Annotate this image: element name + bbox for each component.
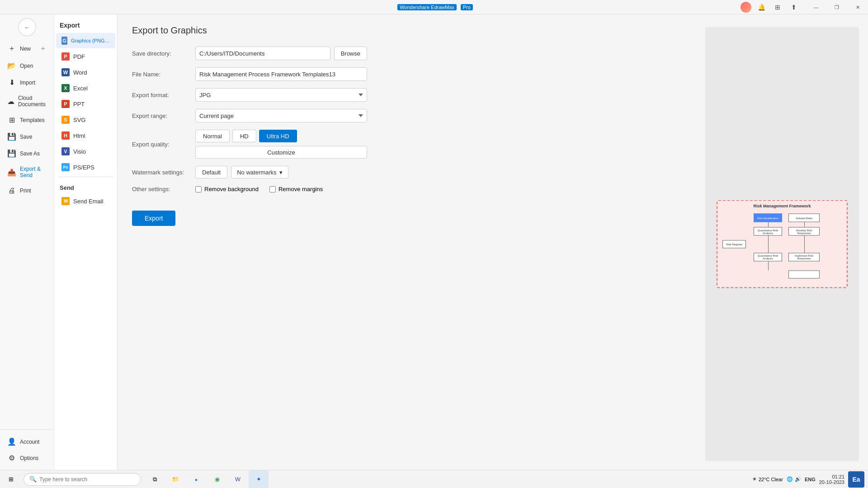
grid-icon[interactable]: ⊞ xyxy=(771,1,784,14)
left-panel-item-ppt[interactable]: P PPT xyxy=(56,96,115,112)
sidebar-item-label: New xyxy=(20,46,31,52)
left-panel-item-svg[interactable]: S SVG xyxy=(56,112,115,127)
watermark-selected-button[interactable]: No watermarks ▾ xyxy=(231,166,288,178)
remove-background-checkbox[interactable] xyxy=(195,186,202,192)
remove-margins-item[interactable]: Remove margins xyxy=(269,186,323,192)
sidebar-item-saveas[interactable]: 💾 Save As xyxy=(2,145,52,161)
sidebar-item-save[interactable]: 💾 Save xyxy=(2,129,52,145)
sidebar-item-templates[interactable]: ⊞ Templates xyxy=(2,112,52,128)
send-title: Send xyxy=(54,179,117,193)
taskbar-icons: ⧉ 📁 ⬥ ◉ W ✦ xyxy=(145,470,269,488)
sidebar-item-options[interactable]: ⚙ Options xyxy=(2,450,52,466)
sidebar-item-label: Print xyxy=(20,188,31,194)
graphics-icon: G xyxy=(61,37,67,45)
taskbar-search-box[interactable]: 🔍 xyxy=(24,473,141,486)
sidebar-item-label: Templates xyxy=(20,117,45,123)
browse-button[interactable]: Browse xyxy=(334,47,367,60)
left-panel-title: Export xyxy=(54,14,117,33)
taskbar-time: 01:21 20-10-2023 xyxy=(819,474,844,485)
sidebar-item-label: Account xyxy=(20,439,39,445)
ppt-label: PPT xyxy=(73,101,85,108)
taskbar-task-view[interactable]: ⧉ xyxy=(145,470,165,488)
quality-ultrahd-button[interactable]: Ultra HD xyxy=(259,130,297,142)
import-icon: ⬇ xyxy=(7,78,16,87)
sidebar-item-open[interactable]: 📂 Open xyxy=(2,58,52,74)
templates-icon: ⊞ xyxy=(7,116,16,124)
network-icon[interactable]: 🌐 xyxy=(787,476,793,482)
left-panel-item-pdf[interactable]: P PDF xyxy=(56,49,115,64)
sidebar-item-import[interactable]: ⬇ Import xyxy=(2,75,52,90)
taskbar-word[interactable]: W xyxy=(228,470,248,488)
volume-icon[interactable]: 🔊 xyxy=(795,476,801,482)
taskbar-edraw[interactable]: ✦ xyxy=(249,470,269,488)
back-button[interactable]: ← xyxy=(18,18,36,36)
minimize-button[interactable]: — xyxy=(806,0,826,14)
fc-box-risk-reg: Risk Register xyxy=(722,240,745,248)
taskbar-search-input[interactable] xyxy=(39,476,135,483)
chevron-down-icon: ▾ xyxy=(279,169,283,176)
customize-button[interactable]: Customize xyxy=(195,146,367,159)
left-panel-item-email[interactable]: ✉ Send Email xyxy=(56,193,115,209)
file-name-input[interactable] xyxy=(195,67,367,81)
left-panel-item-word[interactable]: W Word xyxy=(56,65,115,80)
taskbar-edge[interactable]: ⬥ xyxy=(186,470,206,488)
sidebar-item-label: Save xyxy=(20,134,32,140)
taskbar-sys: ☀ 22°C Clear xyxy=(752,476,783,482)
export-range-row: Export range: Current page All pages Sel… xyxy=(132,109,448,122)
visio-icon: V xyxy=(61,147,70,155)
html-label: Html xyxy=(73,132,85,139)
new-icon: ＋ xyxy=(7,44,16,53)
titlebar-title: Wondershare EdrawMax Pro xyxy=(395,4,473,10)
fc-box-develop: Develop Risk Responses xyxy=(788,227,820,235)
sidebar-item-new[interactable]: ＋ New ＋ xyxy=(2,40,52,57)
taskbar-system-icons: 🌐 🔊 xyxy=(787,476,801,482)
left-panel-item-ps[interactable]: Ps PS/EPS xyxy=(56,160,115,175)
share-icon[interactable]: ⬆ xyxy=(788,1,800,14)
close-button[interactable]: ✕ xyxy=(847,0,868,14)
sidebar-narrow: ← ＋ New ＋ 📂 Open ⬇ Import ☁ Cloud Docume… xyxy=(0,14,54,470)
other-settings-control: Remove background Remove margins xyxy=(195,186,367,192)
visio-label: Visio xyxy=(73,148,86,155)
export-button[interactable]: Export xyxy=(132,211,175,226)
sidebar-item-export[interactable]: 📤 Export & Send xyxy=(2,162,52,182)
watermark-default-button[interactable]: Default xyxy=(195,166,227,178)
taskbar-chrome[interactable]: ◉ xyxy=(207,470,227,488)
remove-background-item[interactable]: Remove background xyxy=(195,186,259,192)
sidebar-item-label: Import xyxy=(20,80,35,86)
export-format-row: Export format: JPG PNG BMP SVG PDF xyxy=(132,88,448,102)
quality-normal-button[interactable]: Normal xyxy=(195,130,230,142)
restore-button[interactable]: ❐ xyxy=(826,0,847,14)
pdf-label: PDF xyxy=(73,53,85,60)
remove-margins-checkbox[interactable] xyxy=(269,186,276,192)
sidebar-item-cloud[interactable]: ☁ Cloud Documents xyxy=(2,91,52,111)
pro-badge: Pro xyxy=(461,4,473,10)
sidebar-item-print[interactable]: 🖨 Print xyxy=(2,183,52,198)
fc-box-quant2: Quantitative Risk Analysis xyxy=(754,253,782,261)
save-directory-input[interactable] xyxy=(195,47,330,60)
export-format-select[interactable]: JPG PNG BMP SVG PDF xyxy=(195,88,367,102)
sidebar-item-account[interactable]: 👤 Account xyxy=(2,434,52,450)
ea-badge[interactable]: Ea xyxy=(848,471,864,488)
left-panel-item-graphics[interactable]: G Graphics (PNG, JPG e... xyxy=(56,33,115,48)
export-range-select[interactable]: Current page All pages Selected pages xyxy=(195,109,367,122)
notification-icon[interactable]: 🔔 xyxy=(755,1,768,14)
watermark-group: Default No watermarks ▾ xyxy=(195,166,367,178)
svg-label: SVG xyxy=(73,117,85,123)
other-settings-row: Other settings: Remove background Remove… xyxy=(132,186,448,192)
email-icon: ✉ xyxy=(61,197,70,205)
save-directory-control: Browse xyxy=(195,47,367,60)
watermark-selected-label: No watermarks xyxy=(237,169,276,176)
left-panel-item-excel[interactable]: X Excel xyxy=(56,80,115,96)
quality-hd-button[interactable]: HD xyxy=(232,130,256,142)
left-panel-item-html[interactable]: H Html xyxy=(56,128,115,143)
export-range-control: Current page All pages Selected pages xyxy=(195,109,367,122)
start-button[interactable]: ⊞ xyxy=(0,470,22,488)
sidebar-item-label: Cloud Documents xyxy=(18,95,47,108)
watermark-row: Watermark settings: Default No watermark… xyxy=(132,166,448,178)
avatar[interactable] xyxy=(741,2,751,13)
export-format-label: Export format: xyxy=(132,92,195,99)
diagram-title: Risk Management Framework xyxy=(717,201,847,210)
taskbar-file-explorer[interactable]: 📁 xyxy=(165,470,185,488)
language-badge: ENG xyxy=(805,477,816,482)
left-panel-item-visio[interactable]: V Visio xyxy=(56,144,115,159)
